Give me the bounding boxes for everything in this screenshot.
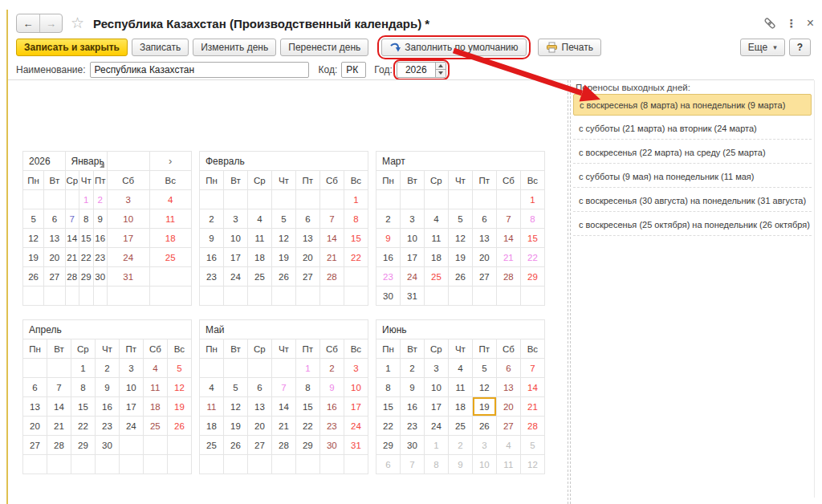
day-cell[interactable]: 3 — [108, 190, 150, 209]
day-cell[interactable]: 15 — [79, 229, 94, 248]
month-dropdown[interactable]: Январь — [65, 152, 108, 171]
day-cell[interactable]: 16 — [200, 248, 224, 267]
day-cell[interactable]: 16 — [95, 397, 119, 417]
day-cell[interactable]: 12 — [520, 455, 544, 474]
day-cell[interactable]: 12 — [472, 378, 496, 397]
day-cell[interactable]: 12 — [23, 229, 44, 248]
day-cell[interactable]: 29 — [520, 267, 544, 287]
day-cell[interactable]: 11 — [496, 455, 520, 474]
day-cell[interactable]: 7 — [319, 209, 344, 229]
day-cell[interactable]: 13 — [295, 229, 319, 248]
day-cell[interactable]: 16 — [319, 397, 344, 417]
day-cell[interactable]: 28 — [47, 436, 71, 455]
day-cell[interactable]: 18 — [143, 397, 167, 417]
day-cell[interactable]: 22 — [79, 248, 94, 267]
day-cell[interactable]: 25 — [200, 436, 224, 455]
link-icon[interactable] — [763, 17, 776, 30]
more-button[interactable]: Еще ▾ — [740, 39, 785, 56]
day-cell[interactable]: 24 — [119, 417, 143, 436]
day-cell[interactable]: 30 — [95, 436, 119, 455]
fill-default-button[interactable]: Заполнить по умолчанию — [381, 39, 526, 56]
day-cell[interactable]: 6 — [376, 455, 401, 474]
day-cell[interactable]: 8 — [295, 378, 319, 397]
day-cell[interactable]: 31 — [400, 287, 424, 306]
day-cell[interactable]: 17 — [119, 397, 143, 417]
transfer-item[interactable]: с воскресенья (30 августа) на понедельни… — [573, 190, 812, 212]
day-cell[interactable]: 13 — [44, 229, 65, 248]
day-cell[interactable]: 19 — [167, 397, 191, 417]
day-cell[interactable]: 6 — [44, 209, 65, 229]
day-cell[interactable]: 9 — [95, 378, 119, 397]
day-cell[interactable]: 18 — [247, 248, 271, 267]
day-cell[interactable]: 2 — [400, 359, 424, 378]
day-cell[interactable]: 26 — [167, 417, 191, 436]
day-cell[interactable]: 13 — [23, 397, 47, 417]
day-cell[interactable]: 30 — [319, 436, 344, 455]
day-cell[interactable]: 17 — [344, 397, 368, 417]
day-cell[interactable]: 3 — [424, 359, 448, 378]
day-cell[interactable]: 5 — [23, 209, 44, 229]
day-cell[interactable]: 22 — [376, 417, 401, 436]
day-cell[interactable]: 12 — [448, 229, 472, 248]
day-cell[interactable]: 7 — [47, 378, 71, 397]
day-cell[interactable]: 26 — [472, 417, 496, 436]
day-cell[interactable]: 15 — [71, 397, 95, 417]
day-cell[interactable]: 6 — [247, 378, 271, 397]
day-cell[interactable]: 7 — [400, 455, 424, 474]
day-cell[interactable]: 3 — [223, 209, 247, 229]
day-cell[interactable]: 12 — [167, 378, 191, 397]
day-cell[interactable]: 14 — [47, 397, 71, 417]
day-cell[interactable]: 9 — [319, 378, 344, 397]
day-cell[interactable]: 21 — [520, 397, 544, 417]
day-cell[interactable]: 7 — [520, 359, 544, 378]
save-button[interactable]: Записать — [132, 39, 189, 56]
day-cell[interactable]: 2 — [95, 359, 119, 378]
day-cell[interactable]: 20 — [472, 248, 496, 267]
day-cell[interactable]: 27 — [23, 436, 47, 455]
more-menu-icon[interactable]: ⋮ — [786, 17, 797, 30]
day-cell[interactable]: 16 — [376, 248, 401, 267]
day-cell[interactable]: 24 — [223, 267, 247, 287]
day-cell[interactable]: 28 — [271, 436, 295, 455]
day-cell[interactable]: 5 — [520, 436, 544, 455]
day-cell[interactable]: 29 — [376, 436, 401, 455]
day-cell[interactable]: 20 — [23, 417, 47, 436]
change-day-button[interactable]: Изменить день — [193, 39, 276, 56]
day-cell[interactable]: 5 — [271, 209, 295, 229]
day-cell[interactable]: 24 — [108, 248, 150, 267]
day-cell[interactable]: 29 — [295, 436, 319, 455]
day-cell[interactable]: 9 — [448, 455, 472, 474]
day-cell[interactable]: 11 — [200, 397, 224, 417]
day-cell[interactable]: 8 — [344, 209, 368, 229]
day-cell[interactable]: 8 — [424, 455, 448, 474]
help-button[interactable]: ? — [789, 39, 811, 56]
day-cell[interactable]: 10 — [344, 378, 368, 397]
day-cell[interactable]: 25 — [143, 417, 167, 436]
day-cell[interactable]: 6 — [472, 209, 496, 229]
transfer-item[interactable]: с воскресенья (8 марта) на понедельник (… — [573, 94, 812, 116]
close-icon[interactable]: × — [807, 17, 814, 30]
day-cell[interactable]: 18 — [424, 248, 448, 267]
transfer-item[interactable]: с воскресенья (22 марта) на среду (25 ма… — [573, 142, 812, 164]
day-cell[interactable]: 19 — [448, 248, 472, 267]
day-cell[interactable]: 4 — [247, 209, 271, 229]
day-cell[interactable]: 5 — [472, 359, 496, 378]
day-cell[interactable]: 15 — [376, 397, 401, 417]
day-cell[interactable]: 21 — [47, 417, 71, 436]
day-cell[interactable]: 14 — [65, 229, 79, 248]
day-cell[interactable]: 4 — [496, 436, 520, 455]
day-cell[interactable]: 24 — [424, 417, 448, 436]
day-cell[interactable]: 29 — [79, 267, 94, 287]
day-cell[interactable]: 20 — [295, 248, 319, 267]
spin-down-icon[interactable] — [436, 69, 446, 77]
print-button[interactable]: Печать — [538, 39, 601, 56]
day-cell[interactable]: 22 — [71, 417, 95, 436]
day-cell[interactable]: 21 — [271, 417, 295, 436]
day-cell[interactable]: 3 — [119, 359, 143, 378]
day-cell[interactable]: 16 — [400, 397, 424, 417]
day-cell[interactable]: 2 — [448, 436, 472, 455]
day-cell[interactable]: 5 — [448, 209, 472, 229]
day-cell[interactable]: 8 — [71, 378, 95, 397]
day-cell[interactable]: 24 — [400, 267, 424, 287]
day-cell[interactable]: 27 — [295, 267, 319, 287]
